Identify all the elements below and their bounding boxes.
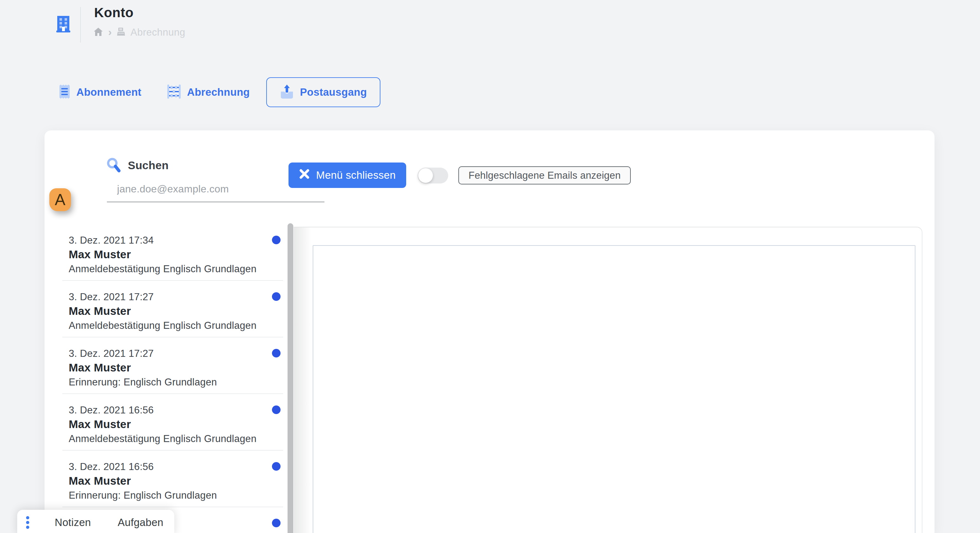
email-list-item[interactable]: 3. Dez. 2021 17:27 Max Muster Erinnerung…	[62, 337, 283, 394]
email-list: 3. Dez. 2021 17:34 Max Muster Anmeldebes…	[62, 224, 283, 533]
header-divider	[80, 7, 81, 43]
abacus-icon	[167, 84, 181, 100]
subscription-icon	[59, 84, 71, 100]
panel-left-shadow	[294, 228, 312, 533]
tab-aufgaben[interactable]: Aufgaben	[104, 517, 177, 528]
close-menu-button[interactable]: Menü schliessen	[288, 162, 406, 188]
email-sender: Max Muster	[69, 247, 264, 261]
close-menu-label: Menü schliessen	[316, 169, 396, 181]
unread-dot	[272, 406, 280, 414]
tab-label: Postausgang	[300, 86, 367, 98]
email-sender: Max Muster	[69, 304, 264, 318]
email-detail-panel	[294, 227, 923, 533]
kebab-menu-icon[interactable]	[25, 515, 30, 530]
email-date: 3. Dez. 2021 16:56	[69, 404, 264, 416]
email-date: 3. Dez. 2021 17:27	[69, 348, 264, 360]
email-subject: Anmeldebestätigung Englisch Grundlagen	[69, 433, 264, 445]
outbox-icon	[280, 84, 294, 100]
home-icon[interactable]	[94, 27, 103, 38]
email-list-item[interactable]: 3. Dez. 2021 17:34 Max Muster Anmeldebes…	[62, 224, 283, 281]
email-sender: Max Muster	[69, 474, 264, 488]
tab-label: Abonnement	[76, 86, 142, 98]
close-icon	[299, 169, 310, 182]
email-subject: Anmeldebestätigung Englisch Grundlagen	[69, 319, 264, 332]
tab-abonnement[interactable]: Abonnement	[59, 80, 142, 105]
tab-abrechnung[interactable]: Abrechnung	[167, 80, 250, 105]
search-icon	[106, 157, 121, 173]
failed-emails-label: Fehlgeschlagene Emails anzeigen	[469, 170, 620, 181]
unread-dot	[272, 519, 280, 527]
breadcrumb-current: Abrechnung	[130, 27, 185, 38]
list-scrollbar-thumb[interactable]	[288, 223, 293, 533]
email-subject: Anmeldebestätigung Englisch Grundlagen	[69, 263, 264, 275]
email-list-item[interactable]: 3. Dez. 2021 17:27 Max Muster Anmeldebes…	[62, 281, 283, 337]
email-date: 3. Dez. 2021 17:27	[69, 291, 264, 303]
email-preview-area	[313, 245, 915, 533]
breadcrumb-chevron-icon: ›	[108, 26, 111, 37]
email-date: 3. Dez. 2021 17:34	[69, 235, 264, 246]
email-list-item[interactable]: 3. Dez. 2021 16:56 Max Muster Erinnerung…	[62, 450, 283, 507]
postausgang-panel: Suchen Menü schliessen Fehlgeschlagene E…	[45, 130, 934, 533]
search-label: Suchen	[128, 159, 169, 172]
annotation-badge-a: A	[49, 188, 71, 211]
tab-label: Abrechnung	[187, 86, 250, 98]
unread-dot	[272, 462, 280, 471]
building-icon	[56, 14, 71, 34]
unread-dot	[272, 292, 280, 301]
email-subject: Erinnerung: Englisch Grundlagen	[69, 376, 264, 388]
toggle-knob	[418, 168, 433, 183]
email-sender: Max Muster	[69, 417, 264, 431]
konto-page: Konto › Abrechnung Abonnement	[0, 0, 980, 533]
unread-dot	[272, 235, 280, 244]
failed-emails-toggle[interactable]	[418, 168, 448, 183]
bottom-widget-bar: Notizen Aufgaben	[17, 510, 174, 533]
email-date: 3. Dez. 2021 16:56	[69, 461, 264, 473]
breadcrumb: › Abrechnung	[94, 26, 185, 39]
unread-dot	[272, 349, 280, 358]
email-list-item[interactable]: 3. Dez. 2021 16:56 Max Muster Anmeldebes…	[62, 394, 283, 450]
email-subject: Erinnerung: Englisch Grundlagen	[69, 489, 264, 502]
page-title: Konto	[94, 5, 134, 20]
failed-emails-button[interactable]: Fehlgeschlagene Emails anzeigen	[458, 166, 631, 185]
billing-icon	[117, 27, 125, 38]
tab-postausgang[interactable]: Postausgang	[266, 77, 380, 107]
email-sender: Max Muster	[69, 361, 264, 375]
search-header: Suchen	[106, 157, 169, 173]
tab-notizen[interactable]: Notizen	[41, 517, 104, 528]
